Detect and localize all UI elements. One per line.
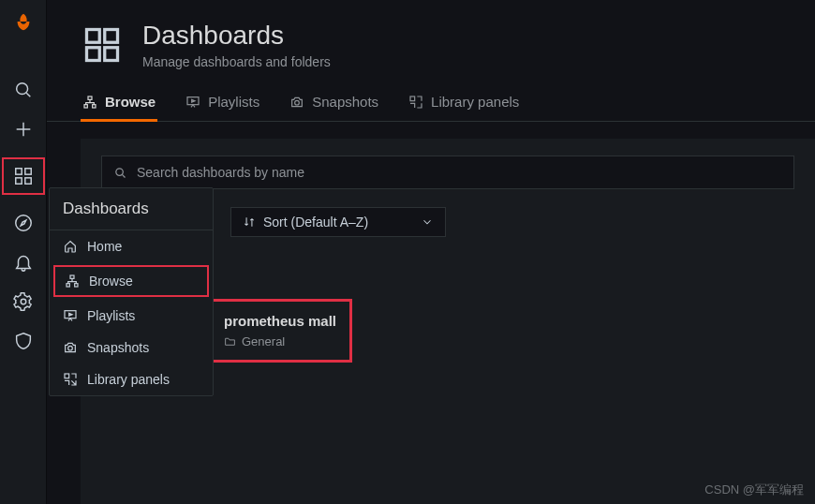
presentation-icon <box>185 95 200 110</box>
svg-marker-26 <box>192 99 195 102</box>
svg-rect-22 <box>88 96 92 99</box>
search-placeholder: Search dashboards by name <box>137 165 782 180</box>
dashboards-icon <box>81 23 124 67</box>
svg-rect-13 <box>75 284 78 287</box>
search-input[interactable]: Search dashboards by name <box>101 156 794 189</box>
dashboards-submenu: Dashboards Home Browse Playlists Snapsho… <box>49 187 214 396</box>
gear-icon[interactable] <box>12 290 35 313</box>
svg-line-30 <box>122 174 125 177</box>
sidebar-item-browse[interactable]: Browse <box>53 265 209 297</box>
submenu-heading: Dashboards <box>50 188 213 230</box>
tab-label: Browse <box>105 94 156 110</box>
svg-point-0 <box>16 83 27 95</box>
svg-rect-20 <box>87 48 100 61</box>
sort-label: Sort (Default A–Z) <box>263 215 368 230</box>
sitemap-icon <box>82 95 97 110</box>
svg-rect-18 <box>87 30 100 43</box>
svg-rect-14 <box>65 311 76 319</box>
sidebar-item-snapshots[interactable]: Snapshots <box>50 332 213 363</box>
svg-rect-24 <box>93 104 96 107</box>
svg-point-27 <box>295 100 300 105</box>
page-subtitle: Manage dashboards and folders <box>142 54 331 69</box>
sort-icon <box>243 215 256 229</box>
shield-icon[interactable] <box>12 330 35 352</box>
tab-snapshots[interactable]: Snapshots <box>288 84 380 122</box>
svg-point-10 <box>21 299 26 304</box>
library-panel-icon <box>408 95 423 110</box>
library-panel-icon <box>63 372 78 387</box>
svg-rect-4 <box>15 169 21 174</box>
svg-rect-28 <box>410 96 415 101</box>
svg-point-29 <box>116 168 124 175</box>
tab-playlists[interactable]: Playlists <box>184 84 261 122</box>
svg-rect-25 <box>187 96 199 104</box>
svg-marker-9 <box>21 220 26 226</box>
svg-rect-7 <box>24 178 30 184</box>
sidebar-item-playlists[interactable]: Playlists <box>50 300 213 332</box>
svg-rect-12 <box>67 284 69 287</box>
svg-line-1 <box>26 93 30 96</box>
home-icon <box>63 239 78 254</box>
sitemap-icon <box>65 274 80 289</box>
presentation-icon <box>63 308 78 323</box>
tabs: Browse Playlists Snapshots Library panel… <box>47 84 815 122</box>
svg-point-16 <box>68 346 73 350</box>
svg-rect-23 <box>84 104 87 107</box>
svg-marker-15 <box>69 313 72 316</box>
svg-rect-5 <box>24 169 30 174</box>
search-icon <box>113 166 127 180</box>
search-icon[interactable] <box>12 79 35 101</box>
svg-rect-17 <box>65 374 69 378</box>
grafana-logo-icon[interactable] <box>12 11 35 34</box>
page-title: Dashboards <box>142 21 331 51</box>
sidebar-item-label: Library panels <box>87 372 170 387</box>
svg-rect-19 <box>105 30 118 43</box>
svg-rect-11 <box>70 275 74 278</box>
tab-label: Playlists <box>208 94 259 110</box>
tab-label: Snapshots <box>312 94 378 110</box>
sidebar-item-library-panels[interactable]: Library panels <box>50 363 213 395</box>
tab-browse[interactable]: Browse <box>81 84 157 122</box>
chevron-down-icon <box>421 215 434 229</box>
plus-icon[interactable] <box>12 118 35 141</box>
page-header: Dashboards Manage dashboards and folders <box>47 21 815 84</box>
svg-point-8 <box>15 215 31 231</box>
folder-icon <box>224 335 236 348</box>
svg-rect-21 <box>105 48 118 61</box>
sidebar-item-home[interactable]: Home <box>50 230 213 262</box>
nav-rail <box>0 0 47 504</box>
tab-library-panels[interactable]: Library panels <box>407 84 521 122</box>
sidebar-item-label: Browse <box>89 274 133 289</box>
sort-select[interactable]: Sort (Default A–Z) <box>230 207 446 237</box>
dashboard-title: prometheus mall <box>224 313 336 329</box>
svg-rect-6 <box>15 178 21 184</box>
tab-label: Library panels <box>431 94 519 110</box>
sidebar-item-label: Snapshots <box>87 340 149 355</box>
sidebar-item-label: Home <box>87 239 122 254</box>
camera-icon <box>289 95 304 110</box>
camera-icon <box>63 340 78 355</box>
alert-bell-icon[interactable] <box>12 251 35 274</box>
sidebar-item-label: Playlists <box>87 308 135 323</box>
nav-dashboards-icon[interactable] <box>2 157 45 195</box>
dashboard-card[interactable]: prometheus mall General <box>208 299 352 363</box>
explore-icon[interactable] <box>12 212 35 234</box>
dashboard-folder-crumb: General <box>224 334 336 348</box>
